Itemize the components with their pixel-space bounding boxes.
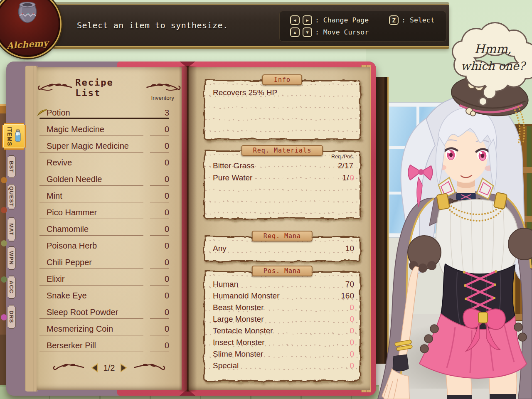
next-page-button[interactable]	[120, 363, 128, 372]
mana-value: 0	[350, 350, 354, 359]
category-tab[interactable]: WPN	[7, 246, 16, 270]
bookmark-ribbon	[1, 276, 7, 283]
mana-type: Human	[213, 280, 238, 289]
recipe-item-row[interactable]: Mint 0	[39, 188, 169, 204]
mana-value: 0	[350, 303, 354, 312]
recipe-item-name: Chili Pepper	[39, 258, 143, 269]
book-spine-notch-bottom	[180, 389, 195, 396]
info-panel: Info Recovers 25% HP	[204, 80, 361, 140]
mana-type: Slime Monster	[213, 350, 263, 359]
mana-row: Large Monster 0	[213, 313, 354, 325]
prev-page-button[interactable]	[90, 363, 99, 372]
speech-bubble: Hmm, which one?	[451, 22, 532, 107]
recipe-item-name: Super Magic Medicine	[39, 141, 143, 153]
mana-value: 70	[345, 280, 354, 289]
material-req-pos-value: 2/17	[338, 161, 354, 170]
recipe-item-name: Berserker Pill	[39, 341, 143, 352]
recipe-item-name: Potion	[39, 108, 143, 119]
down-arrow-key-icon: ▼	[303, 27, 312, 37]
category-tab-label: BST	[8, 161, 15, 173]
category-tab-label: ITEMS	[6, 126, 13, 146]
flourish-ornament	[37, 82, 72, 93]
hint-row-2: ▲ ▼ : Move Cursor	[290, 27, 446, 37]
recipe-item-row[interactable]: Sleep Root Powder 0	[39, 304, 169, 321]
required-materials-panel: Req. Materials Req./Pos. Bitter Grass 2/…	[204, 150, 361, 219]
recipe-item-row[interactable]: Potion 3	[39, 105, 169, 121]
speech-line-1: Hmm,	[474, 42, 512, 56]
recipe-item-row[interactable]: Golden Needle 0	[39, 171, 169, 188]
book-page-stack-left	[25, 66, 37, 392]
recipe-item-row[interactable]: Chili Pepper 0	[39, 254, 169, 271]
category-tab[interactable]: QUEST	[7, 184, 16, 209]
material-row: Pure Water 1/0	[213, 172, 354, 184]
up-arrow-key-icon: ▲	[290, 27, 300, 37]
info-panel-label: Info	[262, 74, 302, 85]
material-name: Bitter Grass	[213, 161, 254, 170]
speech-line-2: which one?	[461, 59, 527, 72]
right-arrow-key-icon: ▶	[303, 15, 312, 25]
category-tab[interactable]: ACC	[7, 276, 16, 299]
potion-bottle-icon	[14, 129, 22, 143]
mana-row: Special 0	[213, 360, 354, 372]
bookmark-ribbon	[1, 177, 7, 183]
mana-row: Beast Monster 0	[213, 302, 354, 313]
recipe-item-row[interactable]: Berserker Pill 0	[39, 337, 169, 354]
recipe-item-row[interactable]: Magic Medicine 0	[39, 121, 169, 138]
materials-rows: Bitter Grass 2/17 Pure Water 1/0	[213, 160, 354, 184]
recipe-item-row[interactable]: Poisona Herb 0	[39, 238, 169, 254]
category-tab[interactable]: DRS	[7, 305, 16, 329]
material-name: Pure Water	[213, 173, 252, 182]
required-materials-label: Req. Materials	[241, 145, 323, 156]
recipe-item-count: 0	[150, 274, 169, 286]
mana-type: Beast Monster	[213, 303, 264, 312]
category-tab[interactable]: MAT	[7, 217, 16, 241]
recipe-item-count: 0	[150, 341, 169, 352]
top-banner: Select an item to synthesize. ◀ ▶ : Chan…	[53, 4, 449, 47]
recipe-item-list: Potion 3 Magic Medicine 0 Super Magic Me	[39, 105, 169, 354]
mana-row: Slime Monster 0	[213, 348, 354, 360]
recipe-detail-page: Info Recovers 25% HP Req. Materials Req.…	[188, 67, 370, 390]
mana-row: Any 10	[213, 241, 354, 256]
required-mana-label: Req. Mana	[252, 231, 313, 241]
recipe-item-count: 0	[150, 125, 169, 136]
select-hint: : Select	[401, 16, 434, 24]
flourish-ornament	[133, 362, 166, 373]
category-tab[interactable]: ITEMS	[2, 123, 26, 150]
recipe-item-name: Magic Medicine	[39, 125, 143, 136]
recipe-item-count: 0	[150, 308, 169, 319]
change-page-hint: : Change Page	[315, 16, 369, 24]
recipe-item-row[interactable]: Super Magic Medicine 0	[39, 138, 169, 155]
recipe-item-name: Elixir	[39, 274, 143, 286]
alchemy-pot-icon	[14, 0, 41, 27]
recipe-item-row[interactable]: Mesmerizing Coin 0	[39, 321, 169, 337]
recipe-item-count: 0	[150, 241, 169, 252]
recipe-item-name: Snake Eye	[39, 291, 143, 302]
select-hint-group: Z : Select	[389, 15, 434, 25]
recipe-item-row[interactable]: Snake Eye 0	[39, 288, 169, 304]
recipe-item-count: 0	[150, 175, 169, 186]
recipe-item-count: 0	[150, 324, 169, 335]
recipe-item-count: 0	[150, 158, 169, 169]
bookmark-ribbon	[1, 314, 7, 320]
flourish-ornament	[52, 362, 85, 373]
category-tab-label: ACC	[8, 281, 15, 293]
book-spine-notch-top	[180, 62, 195, 68]
item-effect-text: Recovers 25% HP	[213, 88, 277, 97]
inventory-column-label: Inventory	[151, 95, 174, 101]
recipe-item-row[interactable]: Chamomile 0	[39, 221, 169, 238]
mana-type: Any	[213, 244, 227, 253]
mana-value: 0	[350, 338, 354, 347]
recipe-item-row[interactable]: Elixir 0	[39, 271, 169, 288]
mana-type: Insect Monster	[213, 338, 265, 347]
recipe-item-row[interactable]: Revive 0	[39, 155, 169, 171]
req-pos-column-label: Req./Pos.	[331, 154, 354, 160]
category-tab[interactable]: BST	[7, 155, 16, 178]
category-tab-label: DRS	[8, 310, 15, 323]
possessed-mana-rows: Human 70 Humanoid Monster 160 Beast Mons…	[213, 278, 354, 372]
recipe-item-row[interactable]: Pico Hammer 0	[39, 204, 169, 221]
possessed-mana-label: Pos. Mana	[252, 266, 313, 276]
mana-row: Humanoid Monster 160	[213, 290, 354, 302]
mana-row: Insect Monster 0	[213, 337, 354, 348]
key-hints-panel: ◀ ▶ : Change Page Z : Select ▲ ▼ : Move …	[279, 11, 446, 42]
alchemy-screen: Recipe List Inventory Potion 3	[0, 0, 532, 399]
